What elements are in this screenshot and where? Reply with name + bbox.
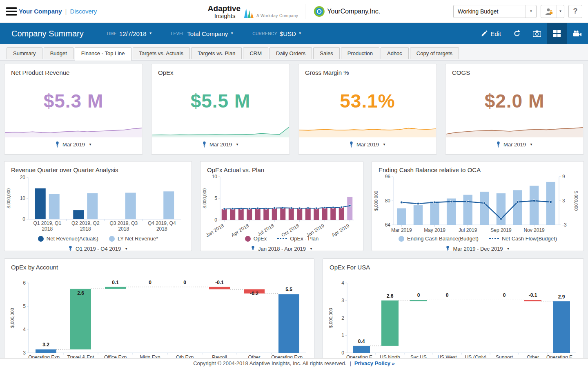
- chart-period-selector[interactable]: Q1 2019 - Q4 2019 ▼: [4, 246, 192, 251]
- svg-text:3.2: 3.2: [42, 342, 49, 348]
- camera-icon: [533, 30, 541, 37]
- svg-text:2018: 2018: [118, 226, 129, 232]
- tab-summary[interactable]: Summary: [7, 47, 42, 59]
- svg-text:0: 0: [417, 292, 420, 298]
- svg-text:5.5: 5.5: [285, 287, 292, 292]
- svg-text:$,000,000: $,000,000: [6, 188, 11, 209]
- dashboard-content: Net Product Revenue $5.3 M Mar 2019 ▼ Op…: [0, 61, 588, 368]
- discovery-link[interactable]: Discovery: [70, 8, 97, 15]
- sparkline-chart: [446, 123, 583, 137]
- adaptive-insights-logo: Adaptive Insights A Workday Company: [208, 4, 298, 19]
- kpi-value: 53.1%: [298, 90, 437, 112]
- svg-text:0: 0: [503, 292, 506, 298]
- user-menu-button[interactable]: ▼: [541, 5, 564, 18]
- svg-text:Q3 2019, Q3: Q3 2019, Q3: [109, 220, 138, 226]
- svg-text:0: 0: [22, 216, 25, 222]
- pin-icon: [496, 141, 501, 148]
- sparkline-chart: [5, 123, 142, 137]
- top-right-controls: Working Budget ▼ ▼ ?: [453, 5, 588, 18]
- hamburger-menu-icon[interactable]: [0, 0, 19, 23]
- tab-daily-orders[interactable]: Daily Orders: [270, 47, 312, 59]
- sparkline-chart: [299, 123, 436, 137]
- chart-title: OpEx Actual vs. Plan: [200, 162, 363, 173]
- chart-title: Revenue Quarter over Quarter Analysis: [4, 162, 192, 173]
- tab-finance-top-line[interactable]: Finance - Top Line: [75, 47, 131, 61]
- kpi-card-gross-margin: Gross Margin % 53.1% Mar 2019 ▼: [298, 64, 437, 155]
- copyright-text: Copyright © 2004-2018 Adaptive Insights,…: [193, 360, 346, 366]
- chevron-down-icon: ▼: [526, 5, 536, 18]
- legend-dot-icon: [109, 236, 115, 242]
- kpi-title: Gross Margin %: [298, 64, 437, 76]
- tab-targets-vs-plan[interactable]: Targets vs. Plan: [191, 47, 242, 59]
- pin-icon: [251, 246, 255, 251]
- kpi-period-selector[interactable]: Mar 2019 ▼: [4, 141, 143, 148]
- svg-text:9: 9: [562, 174, 565, 180]
- legend-dot-icon: [399, 236, 404, 242]
- kpi-title: OpEx: [151, 64, 290, 76]
- version-selector-value: Working Budget: [454, 5, 526, 18]
- time-selector[interactable]: TIME 12/7/2018 ▼: [106, 30, 152, 37]
- chart-card-revenue-qoq: Revenue Quarter over Quarter Analysis 01…: [4, 161, 192, 251]
- tab-copy-of-targets[interactable]: Copy of targets: [410, 47, 459, 59]
- tab-adhoc[interactable]: Adhoc: [381, 47, 409, 59]
- waterfall-chart: 3456$,000,0003.2Operating Exp...2.6Trave…: [8, 273, 310, 361]
- snapshot-button[interactable]: [527, 23, 547, 44]
- svg-text:Q1 2019, Q1: Q1 2019, Q1: [33, 220, 61, 226]
- kpi-card-cogs: COGS $2.0 M Mar 2019 ▼: [445, 64, 584, 155]
- client-logo: YourCompany,Inc.: [313, 6, 380, 17]
- tab-sales[interactable]: Sales: [313, 47, 340, 59]
- legend-line-icon: [489, 238, 499, 239]
- svg-text:0: 0: [214, 217, 217, 223]
- kpi-period-selector[interactable]: Mar 2019 ▼: [298, 141, 437, 148]
- kpi-period-selector[interactable]: Mar 2019 ▼: [445, 141, 584, 148]
- svg-text:2: 2: [341, 315, 344, 321]
- chart-period-selector[interactable]: Mar 2019 - Dec 2019 ▼: [372, 246, 584, 251]
- pin-icon: [68, 246, 73, 251]
- svg-text:Q2 2019, Q2: Q2 2019, Q2: [71, 220, 100, 226]
- tab-targets-vs-actuals[interactable]: Targets vs. Actuals: [133, 47, 190, 59]
- refresh-icon: [513, 30, 521, 37]
- currency-selector[interactable]: CURRENCY $USD ▼: [252, 30, 302, 37]
- dashboard-grid-button[interactable]: [547, 23, 567, 44]
- logo-line1: Adaptive: [208, 4, 241, 12]
- svg-text:2.6: 2.6: [77, 290, 84, 296]
- title-bar-actions: Edit: [475, 23, 588, 44]
- version-selector[interactable]: Working Budget ▼: [453, 5, 537, 18]
- refresh-button[interactable]: [507, 23, 527, 44]
- kpi-period-selector[interactable]: Mar 2019 ▼: [151, 141, 290, 148]
- svg-text:3: 3: [23, 350, 26, 356]
- edit-button[interactable]: Edit: [475, 23, 507, 44]
- adaptive-logo-icon: [243, 8, 254, 19]
- svg-text:Mar 2019: Mar 2019: [391, 227, 412, 233]
- tab-budget[interactable]: Budget: [44, 47, 74, 59]
- tab-crm[interactable]: CRM: [243, 47, 268, 59]
- chart-card-opex-plan: OpEx Actual vs. Plan 0510$,000,000Jan 20…: [200, 161, 363, 251]
- kpi-value: $5.5 M: [151, 90, 290, 112]
- chevron-down-icon: ▼: [298, 32, 302, 35]
- pin-icon: [202, 141, 207, 148]
- privacy-policy-link[interactable]: Privacy Policy »: [354, 360, 395, 366]
- svg-text:0: 0: [149, 280, 151, 285]
- svg-text:64: 64: [385, 222, 391, 228]
- chart-period-selector[interactable]: Jan 2018 - Apr 2019 ▼: [200, 246, 363, 251]
- level-selector[interactable]: LEVEL Total Company ▼: [171, 30, 234, 37]
- svg-text:0: 0: [446, 292, 449, 298]
- chevron-down-icon[interactable]: ▼: [557, 5, 564, 18]
- footer: Copyright © 2004-2018 Adaptive Insights,…: [0, 358, 588, 368]
- tab-production[interactable]: Production: [341, 47, 379, 59]
- svg-text:20: 20: [20, 175, 26, 180]
- svg-text:$,000,000: $,000,000: [574, 191, 578, 211]
- svg-text:0: 0: [183, 280, 186, 285]
- dual-axis-chart: 648096$,000,000-339$,000,000Mar 2019May …: [372, 173, 578, 235]
- top-bar: Your Company | Discovery Adaptive Insigh…: [0, 0, 588, 23]
- svg-text:4: 4: [341, 280, 344, 286]
- svg-text:2.9: 2.9: [558, 294, 565, 300]
- legend-dot-icon: [38, 236, 44, 242]
- chart-legend: Ending Cash Balance(Budget) Net Cash Flo…: [372, 236, 584, 242]
- chevron-down-icon: ▼: [125, 247, 128, 251]
- svg-text:$,000,000: $,000,000: [10, 308, 15, 328]
- kpi-value: $2.0 M: [445, 90, 584, 112]
- svg-text:0.1: 0.1: [112, 280, 119, 285]
- presentation-button[interactable]: [567, 23, 588, 44]
- help-button[interactable]: ?: [568, 5, 582, 18]
